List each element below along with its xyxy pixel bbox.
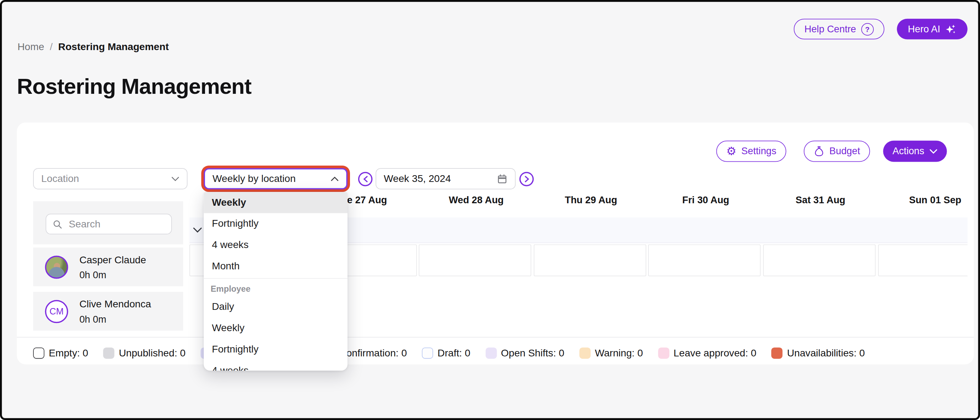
day-header: Sun 01 Sep: [878, 194, 967, 208]
avatar: [45, 256, 68, 278]
breadcrumb: Home / Rostering Management: [18, 41, 169, 52]
legend-item-unavailabilities: Unavailabilities: 0: [772, 347, 865, 359]
app-window: Help Centre ? Hero AI Home / Rostering M…: [0, 0, 980, 420]
view-mode-value: Weekly by location: [213, 173, 296, 185]
employee-row-casper-claude[interactable]: Casper Claude 0h 0m: [33, 248, 183, 286]
menu-item-4-weeks-employee[interactable]: 4 weeks: [204, 360, 347, 371]
day-header: Wed 28 Aug: [419, 194, 534, 208]
employee-name: Casper Claude: [79, 252, 146, 268]
legend-swatch: [485, 347, 497, 359]
page-title: Rostering Management: [17, 74, 251, 99]
legend-swatch: [103, 347, 115, 359]
search-input[interactable]: [67, 218, 164, 230]
search-icon: [52, 219, 62, 229]
menu-divider: [204, 278, 347, 279]
calendar-icon[interactable]: [497, 173, 508, 184]
view-mode-dropdown-menu: Weekly Fortnightly 4 weeks Month Employe…: [204, 192, 347, 371]
hero-ai-label: Hero AI: [908, 24, 940, 35]
shift-cell[interactable]: [649, 245, 761, 277]
settings-button[interactable]: ⚙ Settings: [716, 141, 786, 162]
chevron-down-icon: [171, 176, 180, 181]
employee-name: Clive Mendonca: [79, 297, 151, 312]
previous-week-button[interactable]: [358, 172, 372, 186]
shift-cell[interactable]: [878, 245, 967, 277]
legend-label: Warning: 0: [595, 347, 643, 359]
gear-icon: ⚙: [726, 146, 736, 157]
menu-item-daily-employee[interactable]: Daily: [204, 296, 347, 318]
menu-item-4-weeks-location[interactable]: 4 weeks: [204, 234, 347, 256]
week-picker-value: Week 35, 2024: [384, 173, 451, 185]
legend-label: Unpublished: 0: [119, 347, 186, 359]
week-picker-input[interactable]: Week 35, 2024: [375, 168, 515, 189]
location-select[interactable]: Location: [33, 168, 187, 189]
collapse-group-chevron-icon[interactable]: [191, 224, 204, 236]
legend-item-draft: Draft: 0: [422, 347, 470, 359]
employee-hours: 0h 0m: [79, 268, 146, 282]
help-centre-button[interactable]: Help Centre ?: [794, 19, 885, 40]
legend-label: Empty: 0: [49, 347, 88, 359]
menu-item-fortnightly-location[interactable]: Fortnightly: [204, 213, 347, 234]
legend-label: Draft: 0: [438, 347, 470, 359]
menu-item-weekly-location[interactable]: Weekly: [204, 192, 347, 213]
shift-cell[interactable]: [534, 245, 646, 277]
menu-item-weekly-employee[interactable]: Weekly: [204, 318, 347, 339]
legend-item-leave-approved: Leave approved: 0: [658, 347, 757, 359]
budget-button[interactable]: Budget: [804, 141, 870, 162]
legend-label: Leave approved: 0: [674, 347, 757, 359]
day-header: Fri 30 Aug: [649, 194, 763, 208]
settings-label: Settings: [741, 146, 776, 157]
money-bag-icon: [814, 146, 824, 157]
breadcrumb-separator: /: [50, 41, 52, 52]
question-circle-icon: ?: [861, 23, 873, 35]
view-mode-select[interactable]: Weekly by location: [204, 168, 347, 189]
legend-label: Open Shifts: 0: [501, 347, 564, 359]
employee-hours: 0h 0m: [79, 312, 151, 326]
legend-swatch: [422, 347, 433, 359]
shift-cell[interactable]: [763, 245, 876, 277]
breadcrumb-current: Rostering Management: [58, 41, 169, 52]
employee-search[interactable]: [46, 214, 172, 234]
help-centre-label: Help Centre: [805, 24, 856, 35]
budget-label: Budget: [829, 146, 860, 157]
status-legend: Empty: 0 Unpublished: 0 Published: 0 Pen…: [33, 342, 865, 364]
legend-item-warning: Warning: 0: [579, 347, 643, 359]
breadcrumb-home-link[interactable]: Home: [18, 41, 44, 52]
legend-swatch: [33, 347, 45, 359]
actions-label: Actions: [892, 146, 924, 157]
divider: [17, 337, 974, 337]
menu-item-fortnightly-employee[interactable]: Fortnightly: [204, 339, 347, 360]
legend-swatch: [579, 347, 590, 359]
next-week-button[interactable]: [520, 172, 534, 186]
legend-item-open-shifts: Open Shifts: 0: [485, 347, 564, 359]
legend-swatch: [658, 347, 670, 359]
menu-group-header-employee: Employee: [204, 282, 347, 296]
day-header: Thu 29 Aug: [534, 194, 649, 208]
legend-label: Unavailabilities: 0: [787, 347, 865, 359]
day-header: Sat 31 Aug: [763, 194, 878, 208]
legend-swatch: [772, 347, 783, 359]
location-placeholder: Location: [41, 173, 79, 185]
roster-card: ⚙ Settings Budget Actions Location Week: [17, 123, 974, 364]
actions-button[interactable]: Actions: [883, 141, 947, 162]
legend-item-unpublished: Unpublished: 0: [103, 347, 186, 359]
chevron-up-icon: [331, 176, 339, 181]
avatar: CM: [45, 299, 68, 323]
hero-ai-button[interactable]: Hero AI: [897, 19, 967, 40]
chevron-down-icon: [929, 148, 937, 154]
sparkles-icon: [945, 24, 956, 35]
employee-panel-header: [33, 201, 183, 244]
menu-item-month-location[interactable]: Month: [204, 256, 347, 277]
legend-item-empty: Empty: 0: [33, 347, 88, 359]
shift-cell[interactable]: [419, 245, 531, 277]
employee-row-clive-mendonca[interactable]: CM Clive Mendonca 0h 0m: [33, 292, 183, 331]
